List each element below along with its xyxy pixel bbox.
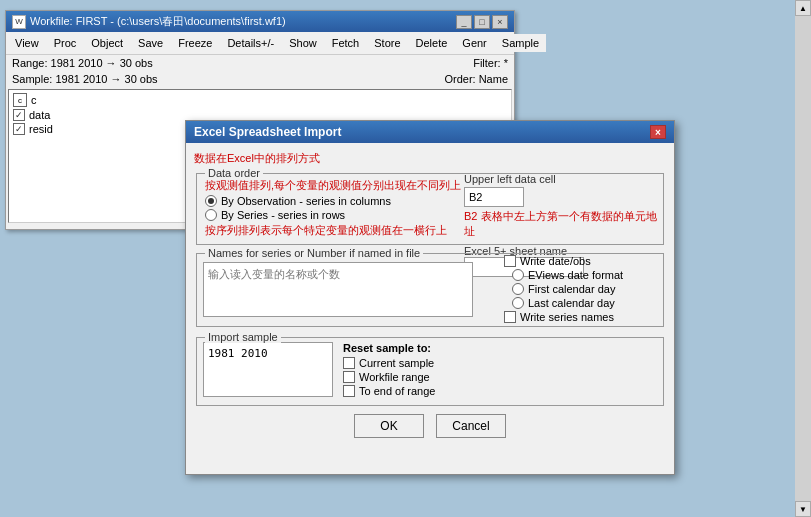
current-sample-label: Current sample bbox=[359, 357, 434, 369]
write-date-label: Write date/obs bbox=[520, 255, 591, 267]
workfile-title-bar: W Workfile: FIRST - (c:\users\春田\documen… bbox=[6, 11, 514, 32]
ok-button[interactable]: OK bbox=[354, 414, 424, 438]
list-item: c c bbox=[11, 92, 509, 108]
dialog-close-button[interactable]: × bbox=[650, 125, 666, 139]
file-name-resid: resid bbox=[29, 123, 53, 135]
scroll-down-button[interactable]: ▼ bbox=[795, 501, 811, 517]
menu-store[interactable]: Store bbox=[367, 34, 407, 52]
menu-show[interactable]: Show bbox=[282, 34, 324, 52]
menu-freeze[interactable]: Freeze bbox=[171, 34, 219, 52]
dialog-footer: OK Cancel bbox=[196, 406, 664, 442]
range-info: Range: 1981 2010 → 30 obs bbox=[12, 57, 153, 69]
right-options-section: Write date/obs EViews date format First … bbox=[504, 253, 664, 325]
title-bar-buttons: _ □ × bbox=[456, 15, 508, 29]
workfile-range-label: Workfile range bbox=[359, 371, 430, 383]
radio-by-series[interactable] bbox=[205, 209, 217, 221]
current-sample-checkbox[interactable] bbox=[343, 357, 355, 369]
file-name-c: c bbox=[31, 94, 37, 106]
order-info: Order: Name bbox=[444, 73, 508, 85]
first-calendar-radio[interactable] bbox=[512, 283, 524, 295]
cancel-button[interactable]: Cancel bbox=[436, 414, 506, 438]
last-calendar-label: Last calendar day bbox=[528, 297, 615, 309]
radio-by-series-label: By Series - series in rows bbox=[221, 209, 345, 221]
to-end-range-label: To end of range bbox=[359, 385, 435, 397]
menu-delete[interactable]: Delete bbox=[409, 34, 455, 52]
import-sample-input[interactable]: 1981 2010 bbox=[203, 342, 333, 397]
upper-left-input-row bbox=[464, 187, 664, 207]
resid-checkbox[interactable] bbox=[13, 123, 25, 135]
menu-genr[interactable]: Genr bbox=[455, 34, 493, 52]
write-date-checkbox[interactable] bbox=[504, 255, 516, 267]
first-calendar-label: First calendar day bbox=[528, 283, 615, 295]
eviews-date-option[interactable]: EViews date format bbox=[512, 269, 664, 281]
workfile-title: Workfile: FIRST - (c:\users\春田\documents… bbox=[30, 14, 286, 29]
eviews-date-radio[interactable] bbox=[512, 269, 524, 281]
import-sample-inner: 1981 2010 Reset sample to: Current sampl… bbox=[203, 342, 657, 399]
reset-label: Reset sample to: bbox=[343, 342, 657, 354]
scroll-up-button[interactable]: ▲ bbox=[795, 0, 811, 16]
import-sample-label: Import sample bbox=[205, 331, 281, 343]
dialog-title: Excel Spreadsheet Import bbox=[194, 125, 341, 139]
write-series-label: Write series names bbox=[520, 311, 614, 323]
menu-sample[interactable]: Sample bbox=[495, 34, 546, 52]
radio-by-observation[interactable] bbox=[205, 195, 217, 207]
first-calendar-option[interactable]: First calendar day bbox=[512, 283, 664, 295]
menu-save[interactable]: Save bbox=[131, 34, 170, 52]
import-sample-group-box: Import sample 1981 2010 Reset sample to:… bbox=[196, 337, 664, 406]
import-sample-section: Import sample 1981 2010 Reset sample to:… bbox=[196, 337, 664, 406]
excel-dialog: Excel Spreadsheet Import × 数据在Excel中的排列方… bbox=[185, 120, 675, 475]
file-name-data: data bbox=[29, 109, 50, 121]
workfile-range-option[interactable]: Workfile range bbox=[343, 371, 657, 383]
write-series-checkbox[interactable] bbox=[504, 311, 516, 323]
write-series-option[interactable]: Write series names bbox=[504, 311, 664, 323]
to-end-range-option[interactable]: To end of range bbox=[343, 385, 657, 397]
workfile-menu-bar: View Proc Object Save Freeze Details+/- … bbox=[6, 32, 514, 55]
scrollbar[interactable]: ▲ ▼ bbox=[795, 0, 811, 517]
data-order-label: Data order bbox=[205, 167, 263, 179]
workfile-icon: W bbox=[12, 15, 26, 29]
eviews-date-label: EViews date format bbox=[528, 269, 623, 281]
menu-details[interactable]: Details+/- bbox=[220, 34, 281, 52]
data-checkbox[interactable] bbox=[13, 109, 25, 121]
radio-by-observation-label: By Observation - series in columns bbox=[221, 195, 391, 207]
annotation-upper-left: B2 表格中左上方第一个有数据的单元地址 bbox=[464, 209, 664, 239]
names-section: Names for series or Number if named in f… bbox=[196, 253, 664, 327]
dialog-title-bar: Excel Spreadsheet Import × bbox=[186, 121, 674, 143]
maximize-btn[interactable]: □ bbox=[474, 15, 490, 29]
upper-left-label: Upper left data cell bbox=[464, 173, 664, 185]
minimize-btn[interactable]: _ bbox=[456, 15, 472, 29]
sample-info: Sample: 1981 2010 → 30 obs bbox=[12, 73, 158, 85]
filter-info: Filter: * bbox=[473, 57, 508, 69]
menu-object[interactable]: Object bbox=[84, 34, 130, 52]
reset-sample-section: Reset sample to: Current sample Workfile… bbox=[343, 342, 657, 399]
menu-fetch[interactable]: Fetch bbox=[325, 34, 367, 52]
workfile-range-checkbox[interactable] bbox=[343, 371, 355, 383]
to-end-range-checkbox[interactable] bbox=[343, 385, 355, 397]
upper-left-cell-input[interactable] bbox=[464, 187, 524, 207]
names-group-label: Names for series or Number if named in f… bbox=[205, 247, 423, 259]
current-sample-option[interactable]: Current sample bbox=[343, 357, 657, 369]
last-calendar-radio[interactable] bbox=[512, 297, 524, 309]
last-calendar-option[interactable]: Last calendar day bbox=[512, 297, 664, 309]
info-bar: Range: 1981 2010 → 30 obs Filter: * bbox=[6, 55, 514, 71]
dialog-body: 数据在Excel中的排列方式 Data order 按观测值排列,每个变量的观测… bbox=[186, 143, 674, 450]
annotation-data-order-title: 数据在Excel中的排列方式 bbox=[194, 151, 320, 166]
sample-bar: Sample: 1981 2010 → 30 obs Order: Name bbox=[6, 71, 514, 87]
names-series-input[interactable] bbox=[203, 262, 473, 317]
menu-view[interactable]: View bbox=[8, 34, 46, 52]
menu-proc[interactable]: Proc bbox=[47, 34, 84, 52]
write-date-option[interactable]: Write date/obs bbox=[504, 255, 664, 267]
close-btn[interactable]: × bbox=[492, 15, 508, 29]
c-icon: c bbox=[13, 93, 27, 107]
